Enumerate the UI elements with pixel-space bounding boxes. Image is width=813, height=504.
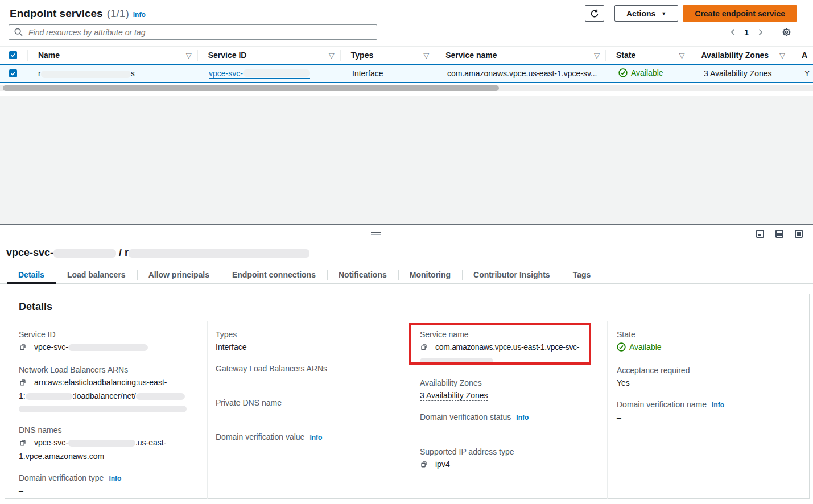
column-label: State bbox=[616, 51, 635, 60]
redacted-text bbox=[129, 249, 309, 258]
filter-icon[interactable]: ▽ bbox=[679, 51, 685, 60]
redacted-text bbox=[41, 71, 131, 78]
field-availability-zones: Availability Zones 3 Availability Zones bbox=[420, 377, 596, 402]
title-group: Endpoint services (1/1) Info bbox=[10, 7, 146, 20]
divider bbox=[773, 26, 773, 39]
field-service-name: Service name com.amazonaws.vpce.us-east-… bbox=[420, 329, 596, 367]
tab-details[interactable]: Details bbox=[7, 266, 56, 283]
availability-zones-link[interactable]: 3 Availability Zones bbox=[704, 69, 772, 78]
redacted-text bbox=[68, 440, 135, 447]
column-label: Types bbox=[351, 51, 373, 60]
column-header-service-id[interactable]: Service ID▽ bbox=[197, 47, 340, 64]
redacted-text bbox=[136, 393, 185, 400]
tab-endpoint-connections[interactable]: Endpoint connections bbox=[221, 266, 327, 283]
preferences-gear-icon[interactable] bbox=[779, 25, 794, 40]
copy-icon[interactable] bbox=[19, 342, 27, 354]
tab-contributor-insights[interactable]: Contributor Insights bbox=[462, 266, 562, 283]
caret-down-icon: ▼ bbox=[661, 11, 666, 16]
cell-name: rs bbox=[27, 69, 198, 78]
panel-position-full-icon[interactable] bbox=[795, 230, 803, 238]
details-card: Details Service ID vpce-svc- Network Loa… bbox=[5, 294, 810, 499]
field-value: Yes bbox=[617, 377, 798, 389]
table-header-bar: Endpoint services (1/1) Info Actions ▼ C… bbox=[10, 5, 797, 22]
panel-position-half-icon[interactable] bbox=[775, 230, 783, 238]
current-page-number[interactable]: 1 bbox=[740, 28, 753, 37]
tab-allow-principals[interactable]: Allow principals bbox=[137, 266, 221, 283]
filter-icon[interactable]: ▽ bbox=[423, 51, 429, 60]
copy-icon[interactable] bbox=[420, 342, 428, 354]
filter-icon[interactable]: ▽ bbox=[594, 51, 600, 60]
search-input[interactable] bbox=[9, 24, 377, 40]
field-label: Network Load Balancers ARNs bbox=[19, 364, 196, 375]
field-label: Gateway Load Balancers ARNs bbox=[216, 363, 397, 374]
previous-page-button[interactable] bbox=[726, 26, 740, 39]
checkbox-checked-icon bbox=[9, 69, 17, 77]
tab-load-balancers[interactable]: Load balancers bbox=[56, 266, 137, 283]
redacted-text bbox=[53, 249, 116, 258]
details-column-2: Types Interface Gateway Load Balancers A… bbox=[207, 321, 408, 504]
tab-tags[interactable]: Tags bbox=[562, 266, 602, 283]
column-header-types[interactable]: Types▽ bbox=[340, 47, 435, 64]
row-checkbox[interactable] bbox=[0, 69, 27, 77]
field-domain-verification-value: Domain verification valueInfo – bbox=[216, 431, 397, 456]
field-types: Types Interface bbox=[216, 329, 397, 353]
field-service-id: Service ID vpce-svc- bbox=[19, 329, 196, 354]
column-header-service-name[interactable]: Service name▽ bbox=[435, 47, 605, 64]
field-label: Domain verification valueInfo bbox=[216, 431, 397, 443]
field-value: com.amazonaws.vpce.us-east-1.vpce-svc- bbox=[420, 341, 596, 367]
info-link[interactable]: Info bbox=[133, 11, 146, 19]
field-value: – bbox=[420, 424, 596, 436]
availability-zones-link[interactable]: 3 Availability Zones bbox=[420, 391, 488, 401]
info-link[interactable]: Info bbox=[712, 401, 724, 409]
tab-monitoring[interactable]: Monitoring bbox=[398, 266, 462, 283]
filter-icon[interactable]: ▽ bbox=[779, 51, 785, 60]
copy-icon[interactable] bbox=[19, 437, 27, 450]
filter-icon[interactable]: ▽ bbox=[186, 51, 192, 60]
details-column-4: State Available Acceptance required Yes … bbox=[607, 321, 809, 504]
status-text: Available bbox=[629, 341, 662, 353]
tabs: Details Load balancers Allow principals … bbox=[0, 266, 813, 284]
field-domain-verification-name: Domain verification nameInfo – bbox=[617, 399, 798, 424]
actions-button[interactable]: Actions ▼ bbox=[614, 5, 678, 22]
field-label: Service name bbox=[420, 329, 596, 340]
copy-icon[interactable] bbox=[19, 377, 27, 390]
column-header-availability-zones[interactable]: Availability Zones▽ bbox=[691, 47, 791, 64]
resize-handle-icon[interactable] bbox=[371, 232, 381, 235]
select-all-checkbox[interactable] bbox=[0, 47, 27, 64]
column-header-partial[interactable]: A bbox=[791, 47, 813, 64]
table-row[interactable]: rs vpce-svc- Interface com.amazonaws.vpc… bbox=[0, 64, 813, 83]
refresh-button[interactable] bbox=[585, 5, 604, 22]
info-link[interactable]: Info bbox=[109, 474, 121, 482]
field-value: – bbox=[617, 411, 798, 424]
service-id-link[interactable]: vpce-svc- bbox=[209, 69, 310, 79]
field-value: – bbox=[19, 485, 196, 497]
panel-position-bottom-icon[interactable] bbox=[756, 230, 764, 238]
checkbox-checked-icon bbox=[9, 51, 17, 59]
info-link[interactable]: Info bbox=[516, 414, 529, 422]
copy-icon[interactable] bbox=[420, 459, 428, 472]
field-label: Domain verification statusInfo bbox=[420, 411, 596, 423]
filter-icon[interactable]: ▽ bbox=[329, 51, 335, 60]
redacted-text bbox=[68, 344, 148, 351]
redacted-text bbox=[243, 69, 310, 77]
actions-group: Actions ▼ Create endpoint service bbox=[585, 5, 797, 22]
field-value: ipv4 bbox=[420, 458, 596, 472]
cell-service-id: vpce-svc- bbox=[198, 69, 341, 79]
create-endpoint-service-button[interactable]: Create endpoint service bbox=[683, 5, 797, 22]
tab-notifications[interactable]: Notifications bbox=[327, 266, 398, 283]
field-value: 3 Availability Zones bbox=[420, 389, 596, 402]
next-page-button[interactable] bbox=[753, 26, 767, 39]
field-value: – bbox=[216, 409, 397, 422]
refresh-icon bbox=[590, 9, 599, 18]
panel-layout-controls bbox=[756, 230, 803, 238]
column-header-state[interactable]: State▽ bbox=[605, 47, 690, 64]
status-text: Available bbox=[631, 68, 663, 77]
cell-service-name: com.amazonaws.vpce.us-east-1.vpce-sv... bbox=[436, 69, 608, 78]
column-label: Name bbox=[38, 51, 60, 60]
horizontal-scrollbar[interactable] bbox=[0, 85, 813, 91]
scrollbar-thumb[interactable] bbox=[3, 85, 499, 91]
info-link[interactable]: Info bbox=[309, 433, 322, 441]
field-gwlb-arns: Gateway Load Balancers ARNs – bbox=[216, 363, 397, 387]
redacted-text bbox=[420, 358, 493, 365]
column-header-name[interactable]: Name▽ bbox=[27, 47, 197, 64]
